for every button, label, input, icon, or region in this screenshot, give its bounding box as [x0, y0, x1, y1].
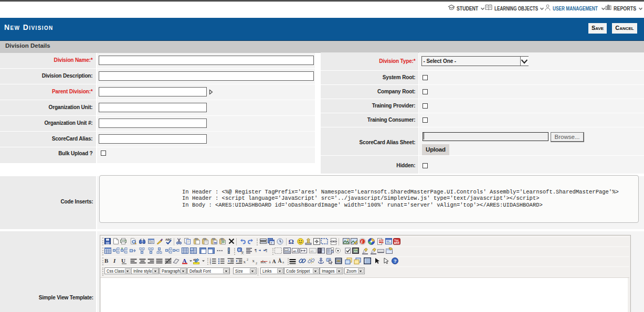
svg-text:x: x [244, 259, 246, 264]
svg-text:å: å [269, 260, 271, 264]
svg-text:U: U [121, 257, 125, 264]
svg-text:文: 文 [241, 251, 244, 254]
svg-text:A: A [272, 259, 276, 264]
svg-text:f: f [361, 239, 363, 244]
svg-text:PDF: PDF [379, 240, 383, 243]
svg-text:A: A [182, 257, 186, 264]
svg-text:You: You [394, 239, 398, 241]
svg-text:Å: Å [278, 258, 282, 264]
svg-text:ab: ab [310, 250, 314, 253]
svg-text:ab: ab [193, 258, 197, 261]
svg-text:¶: ¶ [255, 248, 257, 253]
svg-text:a: a [238, 248, 240, 251]
svg-text:2: 2 [247, 258, 248, 261]
svg-text:2: 2 [256, 262, 257, 265]
svg-text:x: x [252, 258, 255, 263]
svg-text:B: B [104, 257, 109, 264]
svg-text:?: ? [394, 259, 397, 264]
svg-text:a: a [282, 260, 284, 264]
svg-text:I: I [113, 257, 116, 264]
svg-text:Tube: Tube [394, 242, 400, 244]
svg-text:Ω: Ω [289, 238, 294, 244]
svg-text:ab: ab [293, 250, 297, 253]
svg-text:3: 3 [209, 262, 211, 265]
svg-text:W: W [214, 240, 217, 244]
